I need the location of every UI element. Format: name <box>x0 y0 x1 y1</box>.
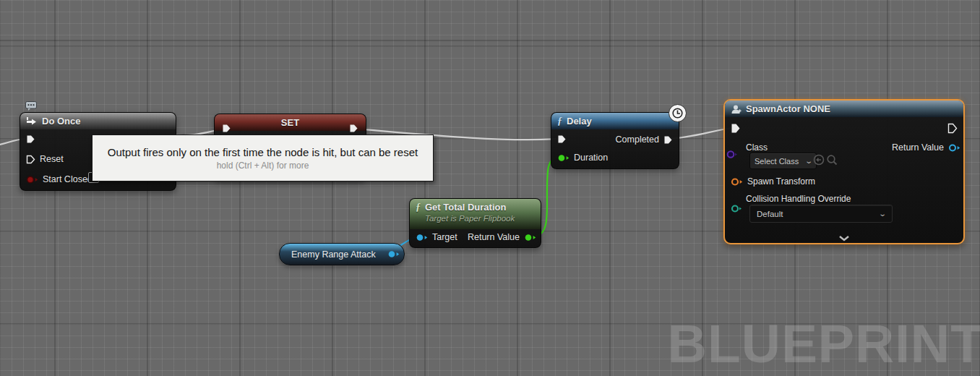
select-class-dropdown[interactable]: Select Class ⌄ <box>749 153 817 169</box>
latent-clock-icon <box>669 104 687 122</box>
delay-completed-label: Completed <box>616 134 659 145</box>
set-exec-out-pin[interactable] <box>349 124 358 133</box>
gtd-return-value-label: Return Value <box>468 232 520 242</box>
spawnactor-class-label: Class <box>746 142 768 153</box>
node-spawnactor-header[interactable]: SpawnActor NONE <box>725 101 963 117</box>
set-exec-in-pin[interactable] <box>222 124 231 133</box>
spawnactor-return-value-pin[interactable]: Return Value <box>892 142 960 153</box>
node-set-title: SET <box>281 117 299 128</box>
delay-completed-pin[interactable]: Completed <box>616 134 673 145</box>
node-gtd-title: Get Total Duration <box>425 202 515 213</box>
delay-duration-pin[interactable]: Duration <box>557 153 608 163</box>
node-enemy-range-attack[interactable]: Enemy Range Attack <box>279 243 405 265</box>
function-icon: ƒ <box>416 202 421 213</box>
use-selected-asset-icon[interactable] <box>813 154 825 166</box>
spawnactor-collision-pin[interactable] <box>731 204 742 213</box>
blueprint-graph-canvas[interactable]: BLUEPRINT Do Once <box>0 0 980 376</box>
node-get-total-duration[interactable]: ƒ Get Total Duration Target is Paper Fli… <box>409 198 541 248</box>
chevron-down-icon: ⌄ <box>878 210 887 218</box>
spawnactor-spawn-transform-label: Spawn Transform <box>747 176 815 187</box>
node-set-header[interactable]: SET <box>215 114 366 131</box>
spawnactor-return-value-label: Return Value <box>892 142 944 153</box>
node-delay[interactable]: ƒ Delay Completed Duration <box>551 112 679 169</box>
node-gtd-header[interactable]: ƒ Get Total Duration Target is Paper Fli… <box>410 199 541 229</box>
do-once-icon <box>26 116 38 126</box>
spawnactor-expand-button[interactable] <box>725 235 963 242</box>
node-tooltip: Output fires only on the first time the … <box>92 134 434 181</box>
node-delay-title: Delay <box>567 116 592 127</box>
node-spawnactor-title: SpawnActor NONE <box>746 103 830 114</box>
do-once-start-closed-label: Start Closed <box>43 174 93 184</box>
collision-default-dropdown[interactable]: Default ⌄ <box>749 205 893 223</box>
node-gtd-subtitle: Target is Paper Flipbook <box>425 213 515 223</box>
tooltip-text: Output fires only on the first time the … <box>108 146 418 158</box>
gtd-target-label: Target <box>432 232 457 242</box>
node-do-once-title: Do Once <box>42 116 80 127</box>
node-do-once-header[interactable]: Do Once <box>20 113 176 129</box>
do-once-start-closed-pin[interactable]: Start Closed <box>26 174 93 184</box>
gtd-return-value-pin[interactable]: Return Value <box>468 232 536 242</box>
node-gtd-titles: Get Total Duration Target is Paper Flipb… <box>425 202 515 224</box>
spawnactor-collision-label: Collision Handling Override <box>746 194 851 204</box>
browse-search-icon[interactable] <box>826 154 838 166</box>
collision-default-value: Default <box>757 210 783 218</box>
node-spawnactor[interactable]: SpawnActor NONE Class Select Class ⌄ <box>723 99 965 244</box>
spawn-actor-icon <box>731 104 742 114</box>
gtd-target-pin[interactable]: Target <box>416 232 457 242</box>
tooltip-hint: hold (Ctrl + Alt) for more <box>217 161 309 171</box>
delay-duration-label: Duration <box>574 153 608 163</box>
do-once-reset-label: Reset <box>40 154 64 164</box>
select-class-value: Select Class <box>755 157 799 166</box>
chevron-down-icon: ⌄ <box>804 158 813 165</box>
function-icon: ƒ <box>557 116 562 127</box>
enemy-range-attack-label: Enemy Range Attack <box>291 249 376 260</box>
do-once-reset-pin[interactable]: Reset <box>26 154 64 164</box>
spawnactor-exec-in-pin[interactable] <box>731 123 741 134</box>
spawnactor-class-pin[interactable] <box>726 150 738 159</box>
node-delay-header[interactable]: ƒ Delay <box>551 113 679 129</box>
do-once-exec-in-pin[interactable] <box>26 134 35 144</box>
enemy-range-attack-output-pin[interactable] <box>387 249 400 259</box>
spawnactor-spawn-transform-pin[interactable]: Spawn Transform <box>731 176 815 187</box>
delay-exec-in-pin[interactable] <box>557 134 567 144</box>
spawnactor-exec-out-pin[interactable] <box>947 123 958 134</box>
